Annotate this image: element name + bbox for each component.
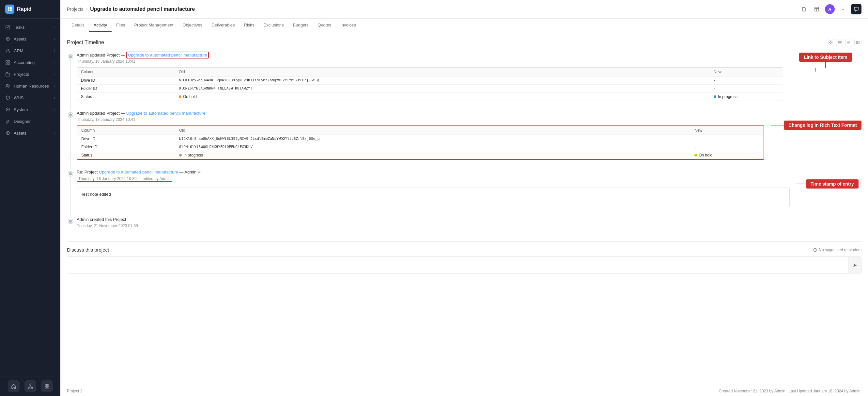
view-icon-1[interactable] (827, 39, 834, 46)
network-button[interactable] (25, 380, 36, 392)
tab-risks[interactable]: Risks (240, 19, 259, 32)
projects-label: Projects (14, 72, 29, 77)
svg-rect-9 (8, 60, 10, 62)
sidebar-item-whs[interactable]: WHS › (0, 92, 60, 104)
timeline-dot-4 (68, 219, 73, 224)
footer-project-label: Project 2 (67, 389, 82, 393)
subject-link-1[interactable]: Upgrade to automated pencil manufacture (126, 52, 209, 58)
copy-icon[interactable] (799, 4, 809, 14)
discuss-input[interactable] (67, 257, 848, 273)
subject-link-3[interactable]: Upgrade to automated pencil manufacture (99, 170, 178, 174)
edit-icon: ✏ (198, 170, 201, 174)
section-title-row: Project Timeline (67, 39, 862, 46)
assets2-label: Assets (14, 131, 26, 136)
accounting-chevron: › (54, 61, 55, 64)
assets2-chevron: › (54, 131, 55, 135)
crm-label: CRM (14, 48, 24, 53)
assets-chevron: › (54, 37, 55, 41)
svg-rect-31 (838, 41, 841, 42)
svg-point-14 (7, 109, 8, 110)
sidebar-item-accounting[interactable]: Accounting › (0, 57, 60, 68)
designer-icon (5, 119, 10, 124)
subject-link-2[interactable]: Upgrade to automated pencil manufacture (126, 111, 206, 116)
sidebar-item-designer[interactable]: Designer (0, 115, 60, 127)
view-icon-2[interactable] (836, 39, 843, 46)
timeline-item-1-prefix: Admin updated Project — (77, 53, 126, 57)
crm-icon (5, 48, 10, 53)
tab-project-management[interactable]: Project Management (129, 19, 178, 32)
no-reminders-text: No suggested reminders (819, 248, 862, 252)
chat-button[interactable] (851, 4, 862, 15)
discuss-input-wrap: ➤ (67, 256, 862, 274)
annotation-link-to-subject: Link to Subject Item (799, 53, 852, 62)
tab-exclusions[interactable]: Exclusions (259, 19, 288, 32)
projects-chevron: › (54, 73, 55, 76)
sidebar: Rapid Tasks › Assets › (0, 0, 60, 396)
tab-quotes[interactable]: Quotes (313, 19, 336, 32)
send-button[interactable]: ➤ (848, 257, 861, 273)
svg-rect-8 (6, 60, 7, 62)
table-icon[interactable] (812, 4, 822, 14)
view-icon-4[interactable] (854, 39, 862, 46)
grid-button[interactable] (41, 380, 53, 392)
sidebar-item-human-resources[interactable]: Human Resources › (0, 80, 60, 92)
hr-chevron: › (54, 84, 55, 88)
change-table-2-header: Column Old New (78, 126, 764, 135)
tab-budgets[interactable]: Budgets (288, 19, 313, 32)
projects-icon (5, 72, 10, 77)
sidebar-bottom (0, 376, 60, 396)
breadcrumb-projects[interactable]: Projects (67, 6, 84, 12)
timeline-line-2 (70, 117, 71, 170)
hr-icon (5, 83, 10, 89)
tasks-label: Tasks (14, 25, 25, 30)
change-table-2: Column Old New Drive ID bIGKlOrS-aoUWAXK… (77, 125, 764, 160)
timeline-item-3-note: Test note edited (77, 188, 790, 207)
sidebar-item-assets[interactable]: Assets › (0, 33, 60, 45)
table-row: Folder ID 0lONi6lYl3WQQLDXXHYFDlOFFKG4FX… (78, 143, 764, 151)
svg-rect-30 (831, 43, 832, 44)
tab-details[interactable]: Details (67, 19, 89, 32)
tab-activity[interactable]: Activity (89, 19, 112, 32)
tab-files[interactable]: Files (112, 19, 129, 32)
sidebar-item-system[interactable]: System › (0, 104, 60, 115)
svg-rect-11 (8, 63, 10, 64)
timeline-item-4: Admin created this Project Tuesday, 21 N… (77, 217, 862, 232)
table-row: Status On hold In progress (77, 93, 783, 101)
svg-point-7 (7, 49, 9, 51)
timeline-line-1 (70, 59, 71, 111)
main-content: Projects › Upgrade to automated pencil m… (60, 0, 868, 396)
svg-point-17 (7, 132, 8, 134)
sidebar-item-assets2[interactable]: Assets › (0, 127, 60, 139)
sidebar-item-tasks[interactable]: Tasks › (0, 21, 60, 33)
tab-invoices[interactable]: Invoices (336, 19, 361, 32)
change-table-1: Column Old New Drive ID bIGKlOrS-aoUWAXK… (77, 67, 783, 101)
accounting-label: Accounting (14, 60, 35, 65)
sidebar-item-crm[interactable]: CRM › (0, 45, 60, 57)
page-header: Projects › Upgrade to automated pencil m… (60, 0, 868, 19)
tab-objectives[interactable]: Objectives (178, 19, 207, 32)
view-icon-3[interactable] (845, 39, 852, 46)
whs-label: WHS (14, 95, 24, 100)
page-title: Upgrade to automated pencil manufacture (90, 6, 195, 12)
tab-deliverables[interactable]: Deliverables (207, 19, 240, 32)
annotation-change-log-rtf: Change log in Rich Text Format (784, 120, 862, 130)
sidebar-item-projects[interactable]: Projects › (0, 68, 60, 80)
svg-rect-32 (838, 43, 841, 43)
timeline-item-2-date: Thursday, 18 January 2024 10:41 (77, 117, 136, 122)
avatar-chevron[interactable]: ▾ (838, 4, 848, 14)
status-dot-blue (714, 95, 716, 98)
tab-bar: Details Activity Files Project Managemen… (60, 19, 868, 32)
svg-rect-2 (8, 9, 9, 11)
home-button[interactable] (8, 380, 20, 392)
page-footer: Project 2 Created November 21, 2023 by A… (60, 386, 868, 396)
status-dot-orange (179, 95, 181, 98)
avatar[interactable]: A (825, 4, 835, 14)
designer-label: Designer (14, 119, 31, 124)
svg-rect-24 (47, 387, 49, 388)
tasks-icon (5, 25, 10, 30)
svg-rect-0 (8, 7, 9, 9)
svg-rect-21 (45, 384, 46, 386)
annotation-timestamp: Time stamp of entry (806, 179, 859, 189)
timeline-item-1-header: Admin updated Project — Upgrade to autom… (77, 53, 783, 57)
section-title-text: Project Timeline (67, 39, 104, 46)
